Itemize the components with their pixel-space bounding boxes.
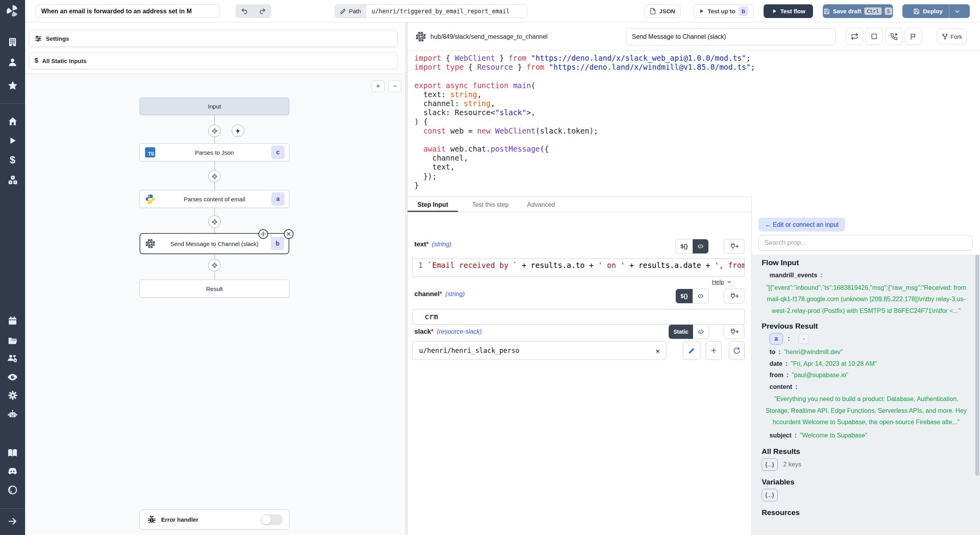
docs-book-icon[interactable] xyxy=(0,445,25,461)
add-step-button[interactable] xyxy=(208,170,221,183)
windmill-logo-icon[interactable] xyxy=(0,3,25,19)
flow-node-result[interactable]: Result xyxy=(140,280,289,298)
flow-input-value[interactable]: "[{"event":"inbound","ts":1683819426,"ms… xyxy=(762,282,971,317)
result-value-content[interactable]: "Everything you need to build a product:… xyxy=(762,393,971,428)
undo-button[interactable] xyxy=(236,4,254,18)
step-a-badge[interactable]: a xyxy=(769,333,783,345)
variables-dollar-icon[interactable]: $ xyxy=(0,152,25,168)
path-value[interactable]: u/henri/triggered_by_email_report_email xyxy=(366,5,527,18)
result-value-subject[interactable]: "Welcome to Supabase" xyxy=(800,432,867,439)
all-results-expander[interactable]: {...} xyxy=(762,458,778,471)
search-prop-input[interactable]: Search prop... xyxy=(759,235,973,251)
test-flow-button[interactable]: Test flow xyxy=(764,4,813,18)
runs-play-icon[interactable] xyxy=(0,133,25,148)
text-expression-editor[interactable]: 1`Email received by ` + results.a.to + '… xyxy=(412,258,745,277)
field-label-slack: slack*(resource-slack) xyxy=(414,328,482,336)
edit-resource-pencil-button[interactable] xyxy=(683,341,701,360)
flow-input-key-row[interactable]: mandrill_events: xyxy=(769,269,971,281)
variables-expander[interactable]: {...} xyxy=(762,489,778,501)
deploy-dropdown-chevron[interactable] xyxy=(949,8,965,14)
result-value-to[interactable]: "henri@windmill.dev" xyxy=(784,349,842,355)
groups-icon[interactable] xyxy=(0,351,25,366)
code-line: const web = new WebClient(slack.token); xyxy=(414,127,975,136)
step-id-badge: b xyxy=(271,237,284,250)
slack-mode-javascript[interactable] xyxy=(693,325,709,339)
path-edit-button[interactable]: Path xyxy=(335,5,366,18)
save-draft-button[interactable]: Save draft Ctrl S xyxy=(823,4,893,18)
error-handler-toggle[interactable] xyxy=(261,514,283,525)
add-step-button[interactable] xyxy=(208,125,221,137)
add-step-button[interactable] xyxy=(208,259,221,271)
result-value-date[interactable]: "Fri, Apr 14, 2023 at 10:28 AM" xyxy=(791,360,877,367)
github-icon[interactable] xyxy=(0,482,25,498)
deploy-button[interactable]: Deploy xyxy=(902,4,970,18)
audit-eye-icon[interactable] xyxy=(0,369,25,385)
tab-advanced[interactable]: Advanced xyxy=(527,197,555,212)
hub-script-path[interactable]: hub/849/slack/send_message_to_channel xyxy=(430,22,548,51)
channel-mode-static[interactable]: ${} xyxy=(676,289,693,303)
collapse-button[interactable]: - xyxy=(799,334,809,344)
result-row-subject[interactable]: subject:"Welcome to Supabase" xyxy=(769,430,971,441)
text-mode-static[interactable]: ${} xyxy=(676,239,693,253)
add-step-button[interactable] xyxy=(208,215,221,228)
all-static-inputs-button[interactable]: $ All Static Inputs xyxy=(29,52,398,69)
step-editor-panel: hub/849/slack/send_message_to_channel Se… xyxy=(408,22,980,535)
topbar: When an email is forwarded to an address… xyxy=(25,0,980,22)
text-mode-javascript[interactable] xyxy=(693,239,708,253)
result-row-from[interactable]: from:"paul@supabase.io" xyxy=(769,369,971,381)
expand-square-icon-button[interactable] xyxy=(866,28,883,45)
error-handler-node[interactable]: Error handler xyxy=(140,510,289,530)
flow-graph: + − Input TS Parses to Json c xyxy=(25,74,405,535)
webhook-phone-icon-button[interactable] xyxy=(885,28,902,45)
settings-gear-icon[interactable] xyxy=(0,387,25,403)
home-icon[interactable] xyxy=(0,113,25,129)
favorites-star-icon[interactable] xyxy=(0,78,25,93)
zoom-in-button[interactable]: + xyxy=(372,80,385,92)
move-step-button[interactable] xyxy=(258,229,268,239)
zoom-out-button[interactable]: − xyxy=(388,80,401,92)
result-value-from[interactable]: "paul@supabase.io" xyxy=(792,372,848,378)
workspace-icon[interactable] xyxy=(0,34,25,50)
channel-connect-plug-button[interactable] xyxy=(724,289,744,304)
flow-title-input[interactable]: When an email is forwarded to an address… xyxy=(36,4,220,18)
flow-settings-button[interactable]: Settings xyxy=(29,30,398,47)
clear-resource-x-icon[interactable]: ✕ xyxy=(655,347,660,355)
user-icon[interactable] xyxy=(0,54,25,70)
collapse-sidebar-arrow-icon[interactable] xyxy=(0,513,25,529)
trigger-bolt-button[interactable] xyxy=(232,125,244,137)
schedules-calendar-icon[interactable] xyxy=(0,313,25,329)
channel-mode-javascript[interactable] xyxy=(693,289,708,303)
edit-or-connect-button[interactable]: ← Edit or connect an input xyxy=(759,218,845,231)
resources-cubes-icon[interactable] xyxy=(0,172,25,188)
text-connect-plug-button[interactable] xyxy=(724,239,744,254)
tab-step-input[interactable]: Step Input xyxy=(408,197,458,212)
channel-input[interactable]: crm xyxy=(412,309,745,325)
slack-connect-plug-button[interactable] xyxy=(724,324,744,339)
slack-mode-static[interactable]: Static xyxy=(669,325,693,339)
flow-node-parses-to-json[interactable]: TS Parses to Json c xyxy=(140,143,289,161)
redo-button[interactable] xyxy=(254,4,272,18)
all-results-keys-count: 2 keys xyxy=(783,461,801,468)
workers-robot-icon[interactable] xyxy=(0,406,25,422)
remove-step-button[interactable] xyxy=(284,229,294,239)
flow-node-input[interactable]: Input xyxy=(140,98,289,115)
result-row-date[interactable]: date:"Fri, Apr 14, 2023 at 10:28 AM" xyxy=(769,358,971,370)
flow-node-parses-content[interactable]: Parses content of email a xyxy=(140,190,289,208)
discord-icon[interactable] xyxy=(0,463,25,479)
result-row-content[interactable]: content: xyxy=(769,381,971,393)
refresh-resource-button[interactable] xyxy=(729,341,745,360)
folders-icon[interactable] xyxy=(0,333,25,348)
tab-test-this-step[interactable]: Test this step xyxy=(472,197,508,212)
reload-icon-button[interactable] xyxy=(846,28,863,45)
test-up-to-button[interactable]: Test up to b xyxy=(693,4,753,18)
code-editor[interactable]: import { WebClient } from "https://deno.… xyxy=(414,54,975,190)
flag-icon-button[interactable] xyxy=(905,28,922,45)
add-resource-plus-button[interactable]: + xyxy=(706,341,722,360)
step-name-input[interactable]: Send Message to Channel (slack) xyxy=(626,28,836,45)
result-row-to[interactable]: to:"henri@windmill.dev" xyxy=(769,346,971,358)
help-link[interactable]: Help xyxy=(712,278,732,285)
scrollbar-thumb[interactable] xyxy=(975,255,979,476)
slack-resource-input[interactable]: u/henri/henri_slack_perso ✕ xyxy=(412,341,666,360)
fork-button[interactable]: Fork xyxy=(937,29,967,44)
json-button[interactable]: JSON xyxy=(644,4,681,18)
